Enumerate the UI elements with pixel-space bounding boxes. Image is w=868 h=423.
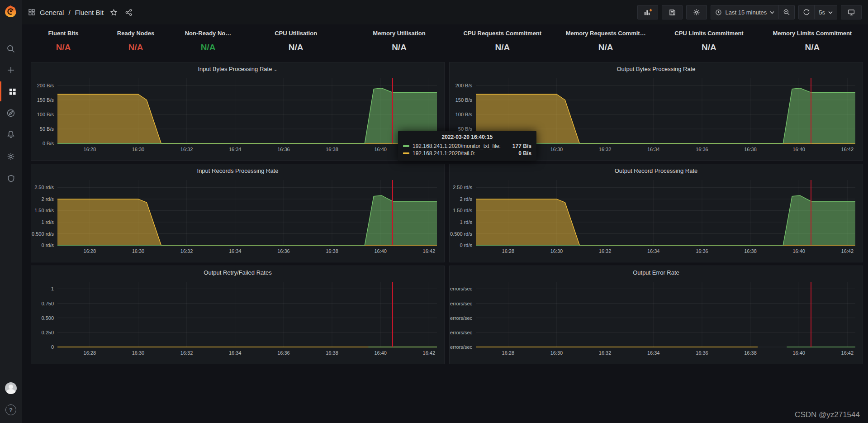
svg-text:0.250: 0.250 (41, 330, 54, 335)
sidebar-item-security[interactable] (0, 168, 22, 188)
time-range-group: Last 15 minutes (711, 5, 795, 19)
chart-title[interactable]: Input Bytes Processing Rate⌄ (31, 66, 444, 72)
avatar (5, 382, 17, 394)
sidebar-item-profile[interactable] (0, 378, 22, 398)
svg-text:16:36: 16:36 (277, 248, 290, 254)
svg-text:16:42: 16:42 (841, 248, 854, 254)
tooltip-series-value: 177 B/s (501, 143, 531, 150)
chart-plot-area[interactable]: 0 rd/s0.500 rd/s1 rd/s1.50 rd/s2 rd/s2.5… (450, 164, 863, 263)
stat-panel: Non-Ready No…N/A (172, 26, 244, 61)
chart-plot-area[interactable]: 0 B/s50 B/s100 B/s150 B/s200 B/s16:2816:… (31, 62, 445, 161)
refresh-group: 5s (798, 5, 837, 19)
sidebar-item-configuration[interactable] (0, 147, 22, 166)
stat-title[interactable]: Fluent Bits (48, 30, 78, 37)
stat-panel: CPU Limits CommitmentN/A (657, 26, 760, 61)
svg-text:16:42: 16:42 (423, 248, 436, 254)
dashboard-grid-icon (28, 9, 35, 16)
chart-title[interactable]: Output Retry/Failed Rates (31, 269, 444, 276)
refresh-button[interactable] (799, 5, 814, 19)
svg-text:0.250 errors/sec: 0.250 errors/sec (450, 330, 472, 335)
stat-title[interactable]: Memory Limits Commitment (773, 30, 852, 37)
star-icon[interactable] (110, 9, 118, 16)
tooltip-series-row: 192.168.241.1:2020/monitor_txt_file:177 … (403, 143, 531, 150)
breadcrumb-section[interactable]: General (40, 9, 64, 16)
svg-text:2.50 rd/s: 2.50 rd/s (453, 185, 472, 190)
svg-text:16:42: 16:42 (841, 147, 854, 152)
svg-text:16:32: 16:32 (599, 248, 612, 254)
chart-plot-area[interactable]: 00.2500.5000.750116:2816:3016:3216:3416:… (31, 266, 445, 365)
sidebar-item-alerting[interactable] (0, 124, 22, 144)
chart-title[interactable]: Output Record Processing Rate (450, 167, 863, 174)
sidebar-item-help[interactable]: ? (0, 400, 22, 420)
svg-text:1 errors/sec: 1 errors/sec (450, 286, 472, 291)
svg-text:16:28: 16:28 (84, 147, 96, 152)
svg-text:16:32: 16:32 (599, 147, 612, 152)
svg-text:0.500 rd/s: 0.500 rd/s (32, 231, 54, 237)
breadcrumb: General / Fluent Bit (28, 9, 133, 16)
tooltip-timestamp: 2022-03-20 16:40:15 (403, 134, 531, 140)
chevron-down-icon (770, 11, 774, 14)
sidebar-item-dashboards[interactable] (0, 81, 23, 101)
stat-title[interactable]: CPU Utilisation (275, 30, 317, 37)
svg-text:150 B/s: 150 B/s (455, 97, 473, 103)
chart-plot-area[interactable]: 0 errors/sec0.250 errors/sec0.500 errors… (450, 266, 863, 365)
refresh-interval-label: 5s (819, 9, 825, 16)
top-nav: General / Fluent Bit Last 15 (22, 0, 868, 24)
svg-text:16:40: 16:40 (374, 350, 387, 356)
svg-text:16:34: 16:34 (229, 147, 242, 152)
tooltip-series-label: 192.168.241.1:2020/tail.0: (413, 150, 475, 157)
stat-panel: Memory UtilisationN/A (347, 26, 451, 61)
charts-grid: Input Bytes Processing Rate⌄0 B/s50 B/s1… (31, 62, 863, 364)
zoom-out-button[interactable] (778, 5, 794, 19)
sidebar-item-explore[interactable] (0, 103, 22, 123)
svg-text:16:32: 16:32 (180, 147, 193, 152)
svg-text:0 B/s: 0 B/s (43, 141, 54, 146)
chart-title[interactable]: Input Records Processing Rate (31, 167, 444, 174)
svg-text:16:38: 16:38 (744, 147, 757, 152)
stat-panel: Fluent BitsN/A (27, 26, 100, 61)
stat-title[interactable]: CPU Limits Commitment (674, 30, 743, 37)
svg-text:16:40: 16:40 (792, 248, 805, 254)
stat-title[interactable]: Memory Utilisation (373, 30, 425, 37)
stat-title[interactable]: CPU Requests Commitment (464, 30, 542, 37)
chart-panel: Output Error Rate0 errors/sec0.250 error… (449, 266, 863, 364)
svg-text:16:32: 16:32 (599, 350, 612, 356)
svg-text:16:30: 16:30 (132, 350, 145, 356)
svg-text:100 B/s: 100 B/s (37, 112, 54, 117)
svg-text:16:28: 16:28 (502, 350, 515, 356)
sidebar-item-search[interactable] (0, 39, 22, 59)
share-icon[interactable] (125, 9, 133, 16)
svg-text:150 B/s: 150 B/s (37, 97, 54, 103)
breadcrumb-page[interactable]: Fluent Bit (75, 9, 104, 16)
add-panel-button[interactable] (637, 5, 658, 19)
sidebar-item-create[interactable] (0, 60, 22, 80)
svg-text:0.500: 0.500 (41, 315, 54, 321)
stat-title[interactable]: Ready Nodes (117, 30, 154, 37)
svg-text:200 B/s: 200 B/s (37, 83, 54, 88)
time-range-picker[interactable]: Last 15 minutes (711, 5, 778, 19)
dashboard-settings-button[interactable] (686, 5, 707, 19)
svg-text:16:30: 16:30 (550, 147, 563, 152)
tv-mode-button[interactable] (841, 5, 862, 19)
save-dashboard-button[interactable] (662, 5, 683, 19)
stat-title[interactable]: Memory Requests Commit… (566, 30, 646, 37)
chart-title[interactable]: Output Error Rate (450, 269, 863, 276)
svg-text:16:28: 16:28 (84, 350, 96, 356)
svg-text:16:30: 16:30 (132, 248, 145, 254)
chart-title[interactable]: Output Bytes Processing Rate (450, 66, 863, 72)
svg-text:16:40: 16:40 (792, 350, 805, 356)
svg-text:16:30: 16:30 (550, 350, 563, 356)
svg-text:16:42: 16:42 (423, 350, 436, 356)
tooltip-series-row: 192.168.241.1:2020/tail.0:0 B/s (403, 150, 531, 157)
gear-icon (693, 8, 701, 16)
svg-text:16:40: 16:40 (792, 147, 805, 152)
dashboards-icon (8, 87, 17, 96)
stat-title[interactable]: Non-Ready No… (185, 30, 232, 37)
svg-text:2.50 rd/s: 2.50 rd/s (34, 185, 54, 190)
tooltip-series-label: 192.168.241.1:2020/monitor_txt_file: (413, 143, 501, 150)
stats-row: Fluent BitsN/AReady NodesN/ANon-Ready No… (27, 26, 864, 61)
grafana-logo[interactable] (0, 0, 22, 23)
refresh-interval-picker[interactable]: 5s (814, 5, 837, 19)
chart-plot-area[interactable]: 0 rd/s0.500 rd/s1 rd/s1.50 rd/s2 rd/s2.5… (31, 164, 445, 263)
svg-text:0 errors/sec: 0 errors/sec (450, 344, 472, 350)
